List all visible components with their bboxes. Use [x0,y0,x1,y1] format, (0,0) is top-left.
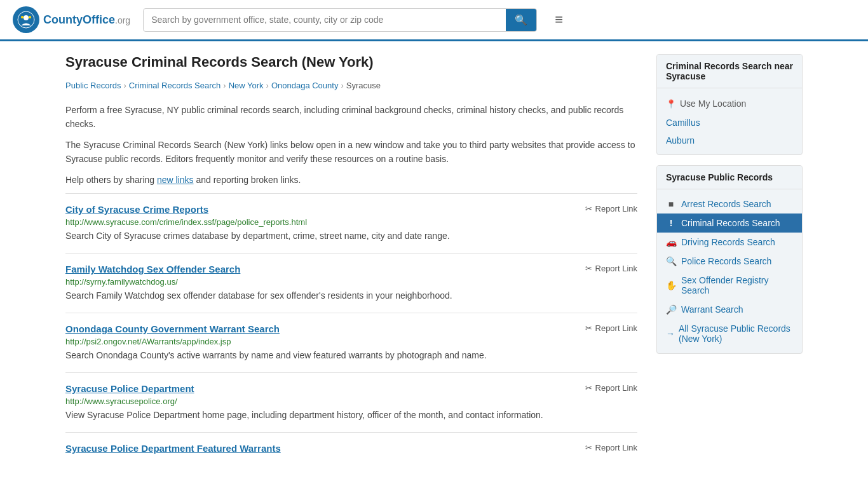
result-url-1: http://syrny.familywatchdog.us/ [65,277,637,287]
page-title: Syracuse Criminal Records Search (New Yo… [65,54,637,71]
result-url-3: http://www.syracusepolice.org/ [65,396,637,406]
result-desc-2: Search Onondaga County's active warrants… [65,349,637,362]
sidebar-link-sex-offender[interactable]: ✋ Sex Offender Registry Search [657,271,802,300]
all-records-label[interactable]: All Syracuse Public Records (New York) [679,323,793,344]
result-title-4[interactable]: Syracuse Police Department Featured Warr… [65,443,281,454]
report-link-button-0[interactable]: ✂ Report Link [585,204,637,214]
sidebar-link-police-records[interactable]: 🔍 Police Records Search [657,252,802,271]
new-links-link[interactable]: new links [157,175,194,185]
svg-point-1 [24,15,29,20]
all-records-link[interactable]: → All Syracuse Public Records (New York) [657,319,802,348]
result-title-0[interactable]: City of Syracuse Crime Reports [65,204,208,215]
result-desc-3: View Syracuse Police Department home pag… [65,409,637,422]
sidebar-nearby-section: Criminal Records Search near Syracuse 📍 … [656,54,803,155]
sidebar-nearby-title: Criminal Records Search near Syracuse [657,55,802,88]
logo-icon [13,6,39,33]
logo-link[interactable]: CountyOffice.org [13,6,130,33]
breadcrumb-current: Syracuse [346,81,381,90]
result-desc-1: Search Family Watchdog sex offender data… [65,289,637,302]
sidebar-public-records-section: Syracuse Public Records ■ Arrest Records… [656,165,803,354]
sidebar-public-records-title: Syracuse Public Records [657,166,802,189]
report-link-button-1[interactable]: ✂ Report Link [585,264,637,273]
sidebar: Criminal Records Search near Syracuse 📍 … [656,54,803,466]
sidebar-link-criminal-records[interactable]: ! Criminal Records Search [657,214,802,233]
result-title-3[interactable]: Syracuse Police Department [65,383,194,394]
result-title-1[interactable]: Family Watchdog Sex Offender Search [65,264,240,274]
sidebar-link-warrant[interactable]: 🔎 Warrant Search [657,300,802,319]
description-3: Help others by sharing new links and rep… [65,173,637,187]
criminal-records-icon: ! [666,218,676,228]
police-records-icon: 🔍 [666,256,676,266]
result-item: City of Syracuse Crime Reports ✂ Report … [65,193,637,253]
use-location-label: Use My Location [680,98,746,109]
sidebar-link-driving-records[interactable]: 🚗 Driving Records Search [657,233,802,252]
search-bar: 🔍 [143,8,537,32]
result-item: Syracuse Police Department ✂ Report Link… [65,372,637,432]
result-item: Syracuse Police Department Featured Warr… [65,432,637,466]
search-button[interactable]: 🔍 [506,9,536,31]
report-link-button-2[interactable]: ✂ Report Link [585,323,637,333]
sidebar-city-auburn[interactable]: Auburn [657,132,802,149]
all-records-arrow-icon: → [666,329,675,339]
logo-text: CountyOffice.org [43,13,130,27]
page-body: Syracuse Criminal Records Search (New Yo… [53,41,815,479]
breadcrumb-onondaga[interactable]: Onondaga County [271,81,339,90]
result-title-2[interactable]: Onondaga County Government Warrant Searc… [65,323,280,334]
result-desc-0: Search City of Syracuse crimes database … [65,229,637,243]
driving-records-icon: 🚗 [666,237,676,247]
results-list: City of Syracuse Crime Reports ✂ Report … [65,193,637,466]
result-url-2: http://psi2.ongov.net/AWarrants/app/inde… [65,337,637,346]
breadcrumb-new-york[interactable]: New York [229,81,264,90]
menu-button[interactable]: ≡ [555,11,563,28]
description-1: Perform a free Syracuse, NY public crimi… [65,103,637,132]
report-link-button-4[interactable]: ✂ Report Link [585,443,637,452]
warrant-icon: 🔎 [666,304,676,315]
use-location-link[interactable]: 📍 Use My Location [657,93,802,114]
breadcrumb-criminal-records[interactable]: Criminal Records Search [129,81,221,90]
svg-point-2 [21,16,24,18]
arrest-records-icon: ■ [666,199,676,209]
result-item: Onondaga County Government Warrant Searc… [65,313,637,372]
result-item: Family Watchdog Sex Offender Search ✂ Re… [65,253,637,313]
main-content: Syracuse Criminal Records Search (New Yo… [65,54,637,466]
svg-point-3 [29,16,31,18]
search-input[interactable] [144,10,506,30]
report-link-button-3[interactable]: ✂ Report Link [585,383,637,393]
result-url-0: http://www.syracuse.com/crime/index.ssf/… [65,217,637,227]
breadcrumb: Public Records › Criminal Records Search… [65,81,637,90]
sidebar-link-arrest-records[interactable]: ■ Arrest Records Search [657,194,802,214]
description-2: The Syracuse Criminal Records Search (Ne… [65,138,637,166]
sidebar-city-camillus[interactable]: Camillus [657,114,802,132]
sex-offender-icon: ✋ [666,280,676,290]
breadcrumb-public-records[interactable]: Public Records [65,81,121,90]
site-header: CountyOffice.org 🔍 ≡ [0,0,868,41]
